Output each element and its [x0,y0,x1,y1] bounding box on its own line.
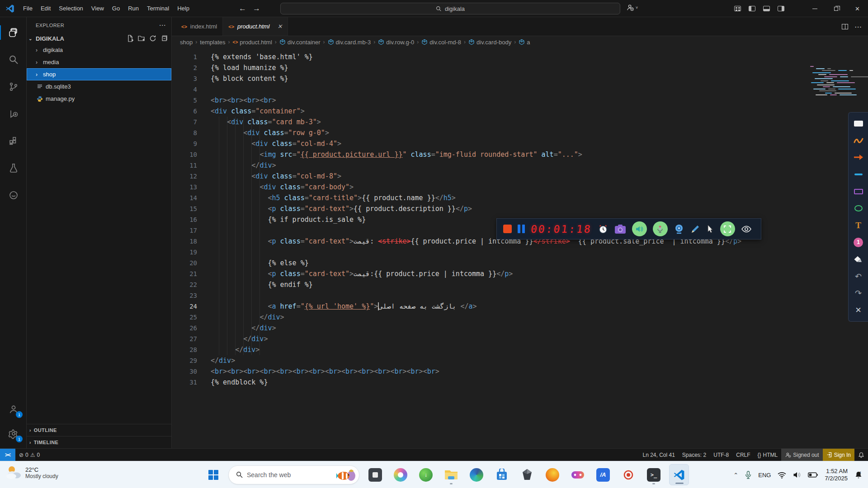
code-line[interactable]: <br><br><br><br><br><br><br><br><br><br>… [211,366,868,377]
timer-clock-icon[interactable] [598,224,609,235]
app-firefox[interactable] [542,464,562,485]
line-number[interactable]: 4 [172,84,197,95]
encoding-status[interactable]: UTF-8 [710,449,732,461]
split-editor-icon[interactable] [842,24,848,29]
breadcrumb-item[interactable]: templates [200,39,225,46]
hidden-icons-chevron[interactable]: ⌃ [733,472,738,479]
app-edge[interactable] [467,464,486,485]
sidebar-item-digikala[interactable]: › digikala [27,44,171,56]
line-number[interactable]: 2 [172,62,197,73]
line-number[interactable]: 25 [172,312,197,323]
menu-go[interactable]: Go [108,3,124,14]
menu-terminal[interactable]: Terminal [143,3,173,14]
settings-gear-icon[interactable]: 1 [0,423,27,445]
line-number[interactable]: 8 [172,127,197,138]
line-number[interactable]: 15 [172,203,197,214]
code-line[interactable]: </div> [211,312,868,323]
back-arrow-icon[interactable]: ← [239,4,246,13]
collapse-all-icon[interactable] [160,35,168,42]
line-number[interactable]: 5 [172,95,197,106]
language-mode-status[interactable]: {} HTML [754,449,782,461]
code-line[interactable]: <img src="{{ product.picture.url }}" cla… [211,149,868,160]
signed-out-status[interactable]: Signed out [781,449,822,461]
titlebar-account[interactable]: ˅ [626,4,638,12]
breadcrumb-item[interactable]: shop [180,39,193,46]
code-line[interactable]: <div class="row g-0"> [211,127,868,138]
code-line[interactable]: <div class="col-md-4"> [211,138,868,149]
close-annotation-icon[interactable]: ✕ [853,305,864,316]
code-editor[interactable]: 1234567891011121314151617181920212223242… [172,48,868,448]
breadcrumb-item[interactable]: <>product.html [233,39,272,46]
weather-widget[interactable]: 22°C Mostly cloudy [5,465,58,480]
project-root-row[interactable]: ⌄ DIGIKALA [27,33,171,44]
new-folder-icon[interactable] [138,35,145,42]
app-file-explorer[interactable] [441,464,461,485]
text-tool-icon[interactable]: T [853,220,864,231]
app-slash-a[interactable]: /A [593,464,613,485]
redo-icon[interactable]: ↷ [853,288,864,299]
line-number[interactable]: 20 [172,258,197,268]
line-number[interactable]: 17 [172,225,197,236]
line-number[interactable]: 28 [172,344,197,355]
stop-recording-button[interactable] [503,225,512,233]
code-line[interactable]: </div> [211,355,868,366]
cursor-position-status[interactable]: Ln 24, Col 41 [639,449,678,461]
editor-more-icon[interactable]: ⋯ [854,23,862,31]
eraser-tool-icon[interactable] [853,254,864,265]
code-line[interactable]: <br><br><br><br> [211,95,868,106]
indentation-status[interactable]: Spaces: 2 [679,449,710,461]
code-line[interactable]: </div> [211,333,868,344]
breadcrumb-item[interactable]: div.card-body [468,39,511,46]
refresh-icon[interactable] [149,35,156,42]
code-line[interactable] [211,290,868,301]
breadcrumb-item[interactable]: div.card.mb-3 [328,39,371,46]
restore-button[interactable] [826,0,847,17]
eol-status[interactable]: CRLF [732,449,754,461]
undo-icon[interactable]: ↶ [853,271,864,282]
code-line[interactable]: <div class="card mb-3"> [211,117,868,127]
speaker-toggle-button[interactable] [632,221,647,236]
app-vscode[interactable] [669,464,689,485]
code-line[interactable]: </div> [211,160,868,171]
code-line[interactable]: <a href="{% url 'home' %}">بازگشت به صفح… [211,301,868,312]
code-line[interactable] [211,247,868,258]
microphone-toggle-button[interactable] [653,221,668,236]
close-tab-icon[interactable]: ✕ [278,23,283,30]
code-line[interactable]: </div> [211,323,868,333]
extensions-icon[interactable] [0,130,27,152]
app-microsoft-store[interactable] [492,464,512,485]
draw-pencil-icon[interactable] [690,224,700,234]
problems-status[interactable]: ⊘0 ⚠0 [15,449,43,461]
breadcrumb-item[interactable]: a [519,39,530,46]
line-number-gutter[interactable]: 1234567891011121314151617181920212223242… [172,52,197,388]
command-center-search[interactable]: digikala [280,3,620,14]
screenshot-camera-icon[interactable] [614,224,626,234]
notifications-sleep-icon[interactable]: z [854,471,863,479]
line-number[interactable]: 26 [172,323,197,333]
line-number[interactable]: 30 [172,366,197,377]
line-number[interactable]: 19 [172,247,197,258]
sidebar-item-db-sqlite3[interactable]: db.sqlite3 [27,80,171,93]
search-sidebar-icon[interactable] [0,49,27,70]
menu-help[interactable]: Help [173,3,193,14]
menu-file[interactable]: File [19,3,37,14]
toggle-secondary-sidebar-icon[interactable] [776,4,786,14]
accounts-icon[interactable]: 1 [0,399,27,420]
sidebar-item-shop[interactable]: › shop [27,68,171,80]
line-number[interactable]: 7 [172,117,197,127]
app-prism[interactable] [517,464,537,485]
line-number[interactable]: 14 [172,192,197,203]
notifications-bell-icon[interactable] [854,449,868,461]
source-control-icon[interactable] [0,76,27,98]
outline-section[interactable]: › OUTLINE [27,424,171,436]
microphone-tray-icon[interactable] [745,471,751,479]
code-line[interactable]: <div class="card-body"> [211,182,868,192]
code-line[interactable]: {% endblock %} [211,377,868,388]
line-number[interactable]: 27 [172,333,197,344]
pause-recording-button[interactable] [518,225,525,233]
fullscreen-button[interactable] [720,221,735,236]
app-terminal[interactable]: >_ [644,464,664,485]
language-indicator[interactable]: ENG [758,472,771,479]
app-idm[interactable]: ↓ [416,464,436,485]
timeline-section[interactable]: › TIMELINE [27,436,171,448]
